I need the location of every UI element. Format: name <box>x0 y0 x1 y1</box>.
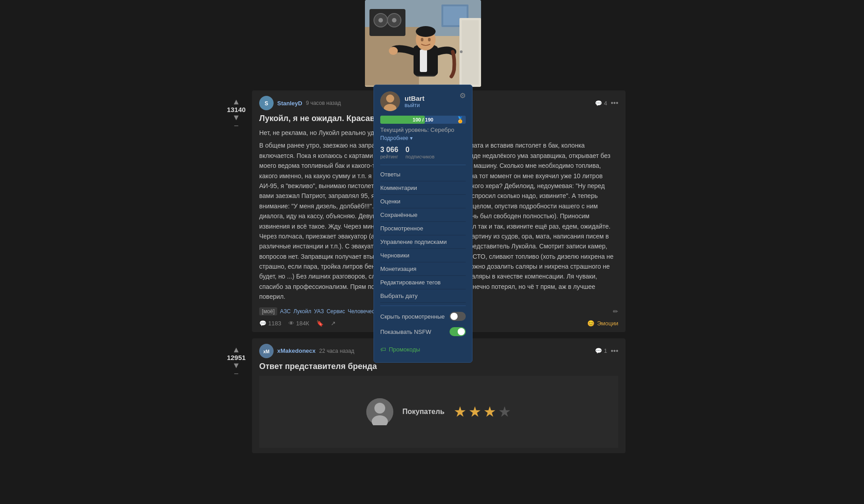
svg-point-14 <box>416 26 436 37</box>
sidebar-promo-link[interactable]: 🏷 Промокоды <box>380 343 466 356</box>
svg-text:S: S <box>265 100 268 107</box>
post1-author-name[interactable]: StanleyD <box>277 100 302 107</box>
svg-text:xM: xM <box>263 349 270 354</box>
post2-downvote-button[interactable]: ▼ <box>232 361 240 369</box>
star3: ★ <box>483 403 496 420</box>
sidebar: utBart выйти ⚙ 100 / 190 🏅 Текущий урове… <box>374 85 472 363</box>
post1-author-avatar: S <box>259 96 274 110</box>
hide-viewed-label: Скрыть просмотренные <box>380 313 445 320</box>
post2-title: Ответ представителя бренда <box>259 362 618 371</box>
post1-emotions-button[interactable]: 😊 Эмоции <box>587 320 618 327</box>
post1-downvote-button[interactable]: ▼ <box>232 113 240 122</box>
post2-header-left: xM xMakedonecx 22 часа назад <box>259 344 354 358</box>
svg-rect-19 <box>462 20 479 85</box>
comment-icon: 💬 <box>595 100 602 107</box>
tag-azs[interactable]: АЗС <box>280 308 291 315</box>
tag-lukoil[interactable]: Лукойл <box>293 308 311 315</box>
svg-point-15 <box>421 38 423 41</box>
post1-views: 👁 184К <box>288 320 309 327</box>
sidebar-user-info: utBart выйти <box>405 94 424 108</box>
buyer-label: Покупатель <box>402 408 444 415</box>
sidebar-stats: 3 066 рейтинг 0 подписчиков <box>380 146 466 159</box>
sidebar-subscribers-stat: 0 подписчиков <box>405 146 435 159</box>
sidebar-username[interactable]: utBart <box>405 94 424 102</box>
svg-point-29 <box>386 94 394 103</box>
post1-comment-badge: 💬 4 <box>595 100 607 107</box>
post2-author-avatar: xM <box>259 344 274 358</box>
sidebar-user-section: utBart выйти <box>380 91 459 111</box>
show-nsfw-label: Показывать NSFW <box>380 328 431 335</box>
sidebar-level-label: Текущий уровень: Серебро <box>380 126 466 133</box>
promo-label: Промокоды <box>389 346 420 353</box>
post2-author-name[interactable]: xMakedonecx <box>277 347 315 354</box>
comment-icon2: 💬 <box>595 347 602 354</box>
chevron-down-icon: ▾ <box>410 135 413 141</box>
sidebar-menu-drafts[interactable]: Черновики <box>380 249 466 262</box>
top-image <box>365 0 481 87</box>
sidebar-settings-icon[interactable]: ⚙ <box>459 91 466 100</box>
post1-post-time: 9 часов назад <box>306 100 341 106</box>
post2-vote-dash: – <box>234 369 238 378</box>
promo-icon: 🏷 <box>380 346 386 353</box>
buyer-label-area: Покупатель <box>402 408 444 416</box>
xp-bar-container: 100 / 190 🏅 <box>380 116 466 124</box>
post1-vote-count: 13140 <box>227 106 246 113</box>
hide-viewed-toggle[interactable] <box>450 312 466 321</box>
sidebar-menu-comments[interactable]: Комментарии <box>380 181 466 195</box>
xp-medal-icon: 🏅 <box>456 116 464 123</box>
sidebar-subscribers-number: 0 <box>405 146 410 154</box>
post1-save-button[interactable]: 🔖 <box>316 320 324 327</box>
views-icon: 👁 <box>288 320 294 327</box>
svg-point-16 <box>428 38 431 41</box>
sidebar-menu-viewed[interactable]: Просмотренное <box>380 222 466 235</box>
post2-vote-col: ▲ 12951 ▼ – <box>220 338 252 378</box>
star1: ★ <box>454 403 467 420</box>
post1-comments-link[interactable]: 💬 1183 <box>259 320 281 327</box>
star-rating: ★ ★ ★ ★ <box>454 403 511 420</box>
sidebar-menu-answers[interactable]: Ответы <box>380 168 466 181</box>
share-icon: ↗ <box>331 320 336 327</box>
sidebar-divider1 <box>380 165 466 165</box>
top-image-section <box>220 0 626 87</box>
post1-share-button[interactable]: ↗ <box>331 320 336 327</box>
tag-uaz[interactable]: УАЗ <box>314 308 324 315</box>
sidebar-rating-number: 3 066 <box>380 146 398 154</box>
sidebar-menu-saved[interactable]: Сохранённые <box>380 208 466 222</box>
sidebar-avatar <box>380 91 400 111</box>
sidebar-more-link[interactable]: Подробнее ▾ <box>380 135 466 141</box>
tag-my[interactable]: [моё] <box>259 307 277 315</box>
tag-service[interactable]: Сервис <box>327 308 345 315</box>
post1-menu-button[interactable]: ••• <box>611 99 618 107</box>
show-nsfw-toggle[interactable] <box>450 327 466 336</box>
post1-vote-dash: – <box>234 122 238 130</box>
emoji-icon: 😊 <box>587 320 594 327</box>
sidebar-menu-monetization[interactable]: Монетизация <box>380 262 466 276</box>
svg-point-20 <box>460 50 463 53</box>
post2-preview-image: Покупатель ★ ★ ★ ★ <box>259 376 618 448</box>
sidebar-menu-subscriptions[interactable]: Управление подписками <box>380 235 466 249</box>
sidebar-menu-ratings[interactable]: Оценки <box>380 195 466 208</box>
post1-upvote-button[interactable]: ▲ <box>232 98 240 106</box>
post2-upvote-button[interactable]: ▲ <box>232 346 240 354</box>
sidebar-subscribers-label: подписчиков <box>405 154 435 159</box>
sidebar-menu-date[interactable]: Выбрать дату <box>380 289 466 303</box>
sidebar-rating-stat: 3 066 рейтинг <box>380 146 398 159</box>
post2-post-time: 22 часа назад <box>319 348 354 354</box>
sidebar-rating-label: рейтинг <box>380 154 398 159</box>
sidebar-show-nsfw-row: Показывать NSFW <box>380 324 466 339</box>
svg-point-26 <box>374 403 385 414</box>
sidebar-menu-tags[interactable]: Редактирование тегов <box>380 276 466 289</box>
page-wrapper: ▲ 13140 ▼ – S StanleyD 9 часов назад <box>0 0 864 504</box>
post2-comment-badge: 💬 1 <box>595 347 607 354</box>
svg-rect-12 <box>420 50 427 72</box>
xp-bar-text: 100 / 190 <box>413 117 433 122</box>
buyer-avatar <box>366 398 393 425</box>
svg-point-7 <box>392 18 396 22</box>
edit-tags-button[interactable]: ✏ <box>613 308 618 315</box>
post2-vote-count: 12951 <box>227 354 246 361</box>
save-icon: 🔖 <box>316 320 324 327</box>
sidebar-logout-button[interactable]: выйти <box>405 102 424 108</box>
hide-viewed-knob <box>450 313 458 320</box>
post2-menu-button[interactable]: ••• <box>611 347 618 355</box>
sidebar-divider2 <box>380 306 466 306</box>
